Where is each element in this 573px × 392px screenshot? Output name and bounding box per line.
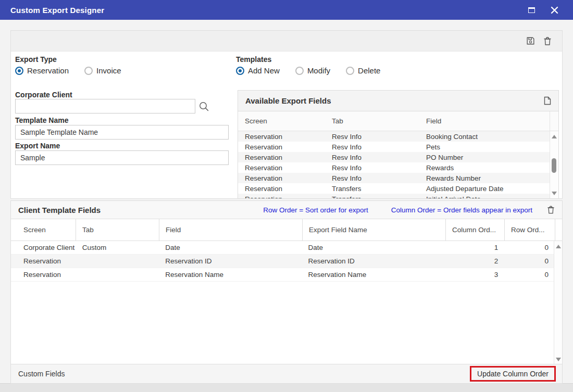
radio-selected-icon[interactable] (236, 67, 244, 75)
save-icon[interactable] (526, 36, 535, 45)
scroll-down-icon[interactable] (556, 358, 561, 361)
available-export-fields-header: Available Export Fields (238, 91, 558, 111)
table-cell: Custom (76, 244, 159, 251)
table-cell: Rewards Number (419, 174, 550, 182)
radio-add-new[interactable]: Add New (236, 66, 280, 75)
radio-label: Invoice (96, 66, 121, 75)
header-scrollbar-spacer (550, 111, 558, 131)
radio-selected-icon[interactable] (15, 67, 23, 75)
available-field-row[interactable]: ReservationResv InfoRewards Number (238, 173, 550, 183)
column-header: Tab (325, 117, 419, 125)
maximize-icon[interactable] (526, 5, 537, 15)
radio-unselected-icon[interactable] (295, 67, 304, 75)
table-cell: 3 (445, 271, 504, 279)
radio-unselected-icon[interactable] (84, 67, 93, 75)
available-field-row[interactable]: ReservationTransfersAdjusted Departure D… (238, 183, 550, 194)
templates-label: Templates (236, 55, 271, 64)
export-name-input[interactable] (15, 150, 229, 165)
table-cell: Reservation (11, 271, 76, 279)
available-field-row[interactable]: ReservationResv InfoPets (238, 142, 550, 152)
window-title: Custom Export Designer (10, 6, 104, 15)
column-header[interactable]: Row Ord... (505, 219, 555, 241)
window-controls (526, 5, 563, 15)
export-settings-panel: Export Type ReservationInvoice Templates… (10, 30, 563, 199)
table-cell: Reservation ID (159, 257, 302, 265)
scroll-up-icon[interactable] (552, 135, 557, 138)
client-template-field-row[interactable]: ReservationReservation NameReservation N… (11, 268, 554, 282)
table-cell: Resv Info (325, 154, 419, 161)
radio-invoice[interactable]: Invoice (84, 66, 121, 75)
table-cell: Reservation (238, 143, 325, 151)
available-fields-table: ReservationResv InfoBooking ContactReser… (238, 131, 558, 199)
table-cell: Resv Info (325, 164, 419, 172)
template-name-input[interactable] (15, 125, 229, 140)
table-cell: 0 (503, 271, 554, 279)
column-order-note: Column Order = Order fields appear in ex… (391, 206, 532, 214)
available-field-row[interactable]: ReservationTransfersInitial Arrival Date (238, 194, 550, 199)
template-name-label: Template Name (15, 116, 68, 124)
corporate-client-input[interactable] (15, 99, 195, 113)
trash-icon[interactable] (547, 205, 555, 214)
table-cell: Reservation (238, 174, 325, 182)
table-cell: Reservation Name (302, 271, 444, 279)
column-header[interactable]: Tab (76, 219, 159, 241)
table-cell: 0 (503, 244, 554, 251)
close-icon[interactable] (549, 5, 559, 15)
templates-radio-group: Add NewModifyDelete (236, 66, 380, 75)
new-document-icon[interactable] (544, 96, 551, 105)
export-type-label: Export Type (15, 55, 57, 64)
table-cell: Adjusted Departure Date (419, 185, 550, 193)
client-template-field-row[interactable]: ReservationReservation IDReservation ID2… (11, 255, 554, 268)
radio-delete[interactable]: Delete (346, 66, 380, 75)
table-cell: Initial Arrival Date (419, 195, 550, 199)
trash-icon[interactable] (543, 36, 552, 46)
table-cell: Rewards (419, 164, 550, 172)
client-fields-scrollbar[interactable] (554, 241, 562, 365)
export-name-label: Export Name (15, 142, 60, 150)
radio-label: Delete (358, 66, 380, 75)
column-header: Screen (238, 117, 325, 125)
available-field-row[interactable]: ReservationResv InfoPO Number (238, 152, 550, 162)
scroll-down-icon[interactable] (552, 192, 557, 195)
radio-modify[interactable]: Modify (295, 66, 330, 75)
table-cell: Resv Info (325, 174, 419, 182)
search-icon[interactable] (198, 101, 209, 112)
available-field-row[interactable]: ReservationResv InfoBooking Contact (238, 131, 550, 142)
table-cell: Reservation ID (302, 257, 444, 265)
table-cell: 1 (445, 244, 504, 251)
table-cell: Resv Info (325, 143, 419, 151)
available-export-fields-panel: Available Export Fields ScreenTabField R… (238, 90, 559, 199)
table-cell: Reservation (238, 195, 325, 199)
radio-label: Add New (248, 66, 280, 75)
custom-fields-button[interactable]: Custom Fields (18, 370, 65, 378)
client-template-field-row[interactable]: Corporate ClientCustomDateDate10 (11, 241, 554, 255)
available-fields-scrollbar[interactable] (550, 131, 558, 199)
radio-unselected-icon[interactable] (346, 67, 354, 75)
table-cell: Transfers (325, 195, 419, 199)
scroll-up-icon[interactable] (556, 245, 561, 248)
column-header[interactable]: Export Field Name (303, 219, 446, 241)
row-order-note: Row Order = Sort order for export (263, 206, 368, 214)
available-fields-column-headers: ScreenTabField (238, 111, 558, 131)
available-export-fields-title: Available Export Fields (245, 96, 331, 105)
available-field-row[interactable]: ReservationResv InfoRewards (238, 162, 550, 173)
radio-reservation[interactable]: Reservation (15, 66, 69, 75)
table-cell: Date (159, 244, 302, 251)
footer-bar: Custom Fields Update Column Order (11, 364, 562, 383)
column-header[interactable]: Field (159, 219, 303, 241)
column-header[interactable]: Column Ord... (446, 219, 505, 241)
table-cell: Reservation (238, 164, 325, 172)
table-cell: Corporate Client (11, 244, 76, 251)
column-header[interactable]: Screen (11, 219, 76, 241)
table-cell: Reservation (11, 257, 76, 265)
radio-label: Reservation (27, 66, 69, 75)
update-column-order-button[interactable]: Update Column Order (470, 366, 556, 382)
export-type-radio-group: ReservationInvoice (15, 66, 121, 75)
table-cell: Pets (419, 143, 550, 151)
scrollbar-thumb[interactable] (552, 158, 556, 173)
corporate-client-label: Corporate Client (15, 91, 72, 99)
table-cell: Date (302, 244, 444, 251)
table-cell: Reservation Name (159, 271, 302, 279)
dialog-body: Export Type ReservationInvoice Templates… (0, 20, 573, 384)
panel-toolbar (11, 31, 562, 52)
